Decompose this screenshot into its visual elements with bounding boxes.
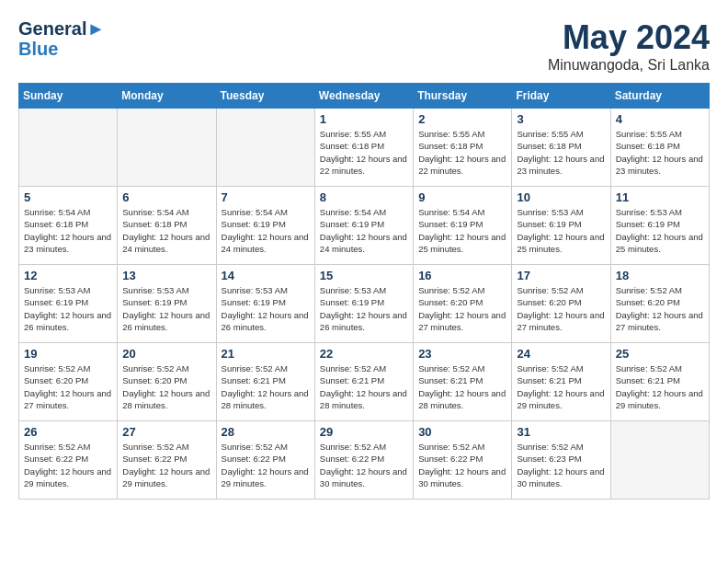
calendar-day-cell: 4Sunrise: 5:55 AMSunset: 6:18 PMDaylight… xyxy=(610,109,709,187)
day-info: Sunrise: 5:53 AMSunset: 6:19 PMDaylight:… xyxy=(122,284,210,333)
day-of-week-header: Saturday xyxy=(610,84,709,109)
calendar-day-cell: 25Sunrise: 5:52 AMSunset: 6:21 PMDayligh… xyxy=(610,343,709,421)
day-info: Sunrise: 5:53 AMSunset: 6:19 PMDaylight:… xyxy=(320,284,408,333)
calendar-day-cell: 30Sunrise: 5:52 AMSunset: 6:22 PMDayligh… xyxy=(414,421,512,500)
title-block: May 2024 Minuwangoda, Sri Lanka xyxy=(548,18,710,74)
day-info: Sunrise: 5:52 AMSunset: 6:22 PMDaylight:… xyxy=(122,441,210,489)
day-info: Sunrise: 5:53 AMSunset: 6:19 PMDaylight:… xyxy=(517,206,605,255)
logo: General► Blue xyxy=(18,18,105,59)
day-number: 8 xyxy=(320,190,408,204)
calendar-day-cell xyxy=(610,421,709,500)
day-number: 19 xyxy=(24,347,112,361)
day-number: 31 xyxy=(517,425,605,439)
day-number: 7 xyxy=(222,190,310,204)
calendar-week-row: 1Sunrise: 5:55 AMSunset: 6:18 PMDaylight… xyxy=(19,109,710,187)
calendar-day-cell: 22Sunrise: 5:52 AMSunset: 6:21 PMDayligh… xyxy=(314,343,413,421)
day-of-week-header: Tuesday xyxy=(216,84,314,109)
day-number: 3 xyxy=(517,112,605,126)
day-number: 24 xyxy=(517,347,605,361)
day-info: Sunrise: 5:53 AMSunset: 6:19 PMDaylight:… xyxy=(222,284,310,333)
calendar-day-cell: 8Sunrise: 5:54 AMSunset: 6:19 PMDaylight… xyxy=(314,187,413,265)
day-number: 29 xyxy=(320,425,408,439)
day-info: Sunrise: 5:52 AMSunset: 6:21 PMDaylight:… xyxy=(320,362,408,411)
location: Minuwangoda, Sri Lanka xyxy=(548,57,710,74)
day-info: Sunrise: 5:52 AMSunset: 6:20 PMDaylight:… xyxy=(24,362,112,411)
day-number: 10 xyxy=(517,190,605,204)
calendar-day-cell: 14Sunrise: 5:53 AMSunset: 6:19 PMDayligh… xyxy=(216,265,314,343)
calendar-day-cell: 12Sunrise: 5:53 AMSunset: 6:19 PMDayligh… xyxy=(19,265,118,343)
day-info: Sunrise: 5:52 AMSunset: 6:20 PMDaylight:… xyxy=(122,362,210,411)
calendar-week-row: 12Sunrise: 5:53 AMSunset: 6:19 PMDayligh… xyxy=(19,265,710,343)
day-number: 5 xyxy=(24,190,112,204)
day-info: Sunrise: 5:54 AMSunset: 6:19 PMDaylight:… xyxy=(320,206,408,255)
day-info: Sunrise: 5:55 AMSunset: 6:18 PMDaylight:… xyxy=(616,128,704,177)
page-header: General► Blue May 2024 Minuwangoda, Sri … xyxy=(18,18,710,74)
day-info: Sunrise: 5:52 AMSunset: 6:22 PMDaylight:… xyxy=(418,441,506,489)
day-number: 15 xyxy=(320,269,408,282)
calendar-day-cell: 23Sunrise: 5:52 AMSunset: 6:21 PMDayligh… xyxy=(414,343,512,421)
calendar-day-cell: 19Sunrise: 5:52 AMSunset: 6:20 PMDayligh… xyxy=(19,343,118,421)
calendar-day-cell: 18Sunrise: 5:52 AMSunset: 6:20 PMDayligh… xyxy=(610,265,709,343)
day-number: 1 xyxy=(320,112,408,126)
calendar-day-cell: 2Sunrise: 5:55 AMSunset: 6:18 PMDaylight… xyxy=(414,109,512,187)
day-info: Sunrise: 5:54 AMSunset: 6:18 PMDaylight:… xyxy=(122,206,210,255)
day-info: Sunrise: 5:52 AMSunset: 6:20 PMDaylight:… xyxy=(418,284,506,333)
calendar-table: SundayMondayTuesdayWednesdayThursdayFrid… xyxy=(18,83,710,500)
day-number: 12 xyxy=(24,269,112,282)
day-number: 25 xyxy=(616,347,704,361)
day-number: 20 xyxy=(122,347,210,361)
calendar-day-cell xyxy=(118,109,216,187)
calendar-day-cell: 29Sunrise: 5:52 AMSunset: 6:22 PMDayligh… xyxy=(314,421,413,500)
day-info: Sunrise: 5:52 AMSunset: 6:21 PMDaylight:… xyxy=(418,362,506,411)
calendar-day-cell xyxy=(19,109,118,187)
calendar-day-cell: 17Sunrise: 5:52 AMSunset: 6:20 PMDayligh… xyxy=(512,265,610,343)
day-number: 17 xyxy=(517,269,605,282)
calendar-day-cell: 21Sunrise: 5:52 AMSunset: 6:21 PMDayligh… xyxy=(216,343,314,421)
day-of-week-header: Friday xyxy=(512,84,610,109)
calendar-day-cell: 7Sunrise: 5:54 AMSunset: 6:19 PMDaylight… xyxy=(216,187,314,265)
day-info: Sunrise: 5:52 AMSunset: 6:21 PMDaylight:… xyxy=(222,362,310,411)
calendar-day-cell: 27Sunrise: 5:52 AMSunset: 6:22 PMDayligh… xyxy=(118,421,216,500)
day-number: 28 xyxy=(222,425,310,439)
calendar-header-row: SundayMondayTuesdayWednesdayThursdayFrid… xyxy=(19,84,710,109)
day-info: Sunrise: 5:52 AMSunset: 6:20 PMDaylight:… xyxy=(616,284,704,333)
day-number: 22 xyxy=(320,347,408,361)
calendar-day-cell xyxy=(216,109,314,187)
day-number: 9 xyxy=(418,190,506,204)
calendar-day-cell: 26Sunrise: 5:52 AMSunset: 6:22 PMDayligh… xyxy=(19,421,118,500)
day-number: 21 xyxy=(222,347,310,361)
calendar-day-cell: 16Sunrise: 5:52 AMSunset: 6:20 PMDayligh… xyxy=(414,265,512,343)
day-of-week-header: Thursday xyxy=(414,84,512,109)
calendar-day-cell: 5Sunrise: 5:54 AMSunset: 6:18 PMDaylight… xyxy=(19,187,118,265)
calendar-day-cell: 15Sunrise: 5:53 AMSunset: 6:19 PMDayligh… xyxy=(314,265,413,343)
day-info: Sunrise: 5:52 AMSunset: 6:22 PMDaylight:… xyxy=(24,441,112,489)
day-of-week-header: Wednesday xyxy=(314,84,413,109)
day-number: 18 xyxy=(616,269,704,282)
day-info: Sunrise: 5:54 AMSunset: 6:19 PMDaylight:… xyxy=(222,206,310,255)
day-info: Sunrise: 5:54 AMSunset: 6:19 PMDaylight:… xyxy=(418,206,506,255)
day-number: 2 xyxy=(418,112,506,126)
day-of-week-header: Monday xyxy=(118,84,216,109)
day-info: Sunrise: 5:53 AMSunset: 6:19 PMDaylight:… xyxy=(24,284,112,333)
calendar-day-cell: 31Sunrise: 5:52 AMSunset: 6:23 PMDayligh… xyxy=(512,421,610,500)
day-info: Sunrise: 5:52 AMSunset: 6:21 PMDaylight:… xyxy=(517,362,605,411)
day-number: 30 xyxy=(418,425,506,439)
day-number: 27 xyxy=(122,425,210,439)
day-info: Sunrise: 5:52 AMSunset: 6:23 PMDaylight:… xyxy=(517,441,605,489)
calendar-day-cell: 24Sunrise: 5:52 AMSunset: 6:21 PMDayligh… xyxy=(512,343,610,421)
calendar-day-cell: 6Sunrise: 5:54 AMSunset: 6:18 PMDaylight… xyxy=(118,187,216,265)
calendar-week-row: 5Sunrise: 5:54 AMSunset: 6:18 PMDaylight… xyxy=(19,187,710,265)
day-number: 6 xyxy=(122,190,210,204)
day-info: Sunrise: 5:55 AMSunset: 6:18 PMDaylight:… xyxy=(418,128,506,177)
day-number: 23 xyxy=(418,347,506,361)
calendar-week-row: 19Sunrise: 5:52 AMSunset: 6:20 PMDayligh… xyxy=(19,343,710,421)
day-info: Sunrise: 5:52 AMSunset: 6:22 PMDaylight:… xyxy=(222,441,310,489)
day-info: Sunrise: 5:55 AMSunset: 6:18 PMDaylight:… xyxy=(517,128,605,177)
day-info: Sunrise: 5:52 AMSunset: 6:22 PMDaylight:… xyxy=(320,441,408,489)
logo-subtext: Blue xyxy=(18,39,105,59)
calendar-day-cell: 3Sunrise: 5:55 AMSunset: 6:18 PMDaylight… xyxy=(512,109,610,187)
calendar-day-cell: 28Sunrise: 5:52 AMSunset: 6:22 PMDayligh… xyxy=(216,421,314,500)
day-number: 14 xyxy=(222,269,310,282)
day-number: 13 xyxy=(122,269,210,282)
calendar-day-cell: 13Sunrise: 5:53 AMSunset: 6:19 PMDayligh… xyxy=(118,265,216,343)
